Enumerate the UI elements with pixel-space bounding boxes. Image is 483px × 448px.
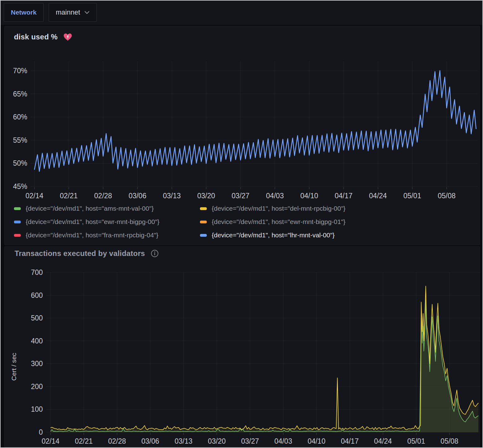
axis-tick-label: 02/21 <box>60 192 78 200</box>
axis-tick-label: 70% <box>13 67 27 75</box>
panel-disk-used: disk used % 02/1402/2102/2803/0603/1303/… <box>4 26 480 245</box>
chevron-down-icon <box>84 11 90 14</box>
axis-tick-label: 04/10 <box>308 437 326 445</box>
axis-tick-label: 55% <box>13 136 27 144</box>
axis-tick-label: 03/27 <box>241 437 259 445</box>
legend-series-swatch-icon <box>14 221 21 223</box>
axis-tick-label: 04/24 <box>369 192 387 200</box>
panel-disk-used-header[interactable]: disk used % <box>14 33 72 41</box>
legend-series-swatch-icon <box>200 221 207 223</box>
axis-tick-label: 04/03 <box>274 437 292 445</box>
axis-tick-label: 04/10 <box>300 192 318 200</box>
axis-tick-label: 03/06 <box>129 192 147 200</box>
axis-tick-label: 05/01 <box>403 192 421 200</box>
legend-series-label: {device="/dev/md1", host="ams-mnt-val-00… <box>26 205 154 212</box>
axis-tick-label: 45% <box>13 182 27 190</box>
legend-series-label: {device="/dev/md1", host="fra-mnt-rpcbig… <box>26 231 158 239</box>
legend-item[interactable]: {device="/dev/md1", host="ams-mnt-val-00… <box>14 205 200 212</box>
axis-tick-label: 04/03 <box>266 192 284 200</box>
legend-series-label: {device="/dev/md1", host="ewr-mnt-bigpg-… <box>212 218 345 226</box>
panel-title: disk used % <box>14 33 58 41</box>
series-line-green <box>51 300 478 432</box>
grafana-dashboard: { "top_bar": { "network_label": "Network… <box>0 0 483 448</box>
series-area-fill <box>51 300 478 432</box>
axis-tick-label: 02/28 <box>108 437 126 445</box>
axis-tick-label: 05/01 <box>407 437 425 445</box>
axis-tick-label: 04/24 <box>374 437 392 445</box>
network-variable-label-box: Network <box>4 3 44 22</box>
axis-tick-label: 05/08 <box>441 437 459 445</box>
legend-item[interactable]: {device="/dev/md1", host="ewr-mnt-bigpg-… <box>200 218 386 226</box>
broken-heart-icon <box>63 33 72 41</box>
series-area-fill <box>51 286 478 432</box>
legend: {device="/dev/md1", host="ams-mnt-val-00… <box>14 205 476 239</box>
axis-tick-label: 02/28 <box>94 192 112 200</box>
legend-series-swatch-icon <box>200 207 207 210</box>
axis-tick-label: 400 <box>31 337 43 345</box>
legend-series-label: {device="/dev/md1", host="ewr-mnt-bigpg-… <box>26 218 159 226</box>
info-icon[interactable] <box>151 249 159 258</box>
axis-tick-label: 02/14 <box>25 192 43 200</box>
axis-tick-label: 04/17 <box>335 192 353 200</box>
legend-series-label: {device="/dev/md1", host="del-mnt-rpcbig… <box>212 205 345 212</box>
axis-tick-label: 05/08 <box>438 192 456 200</box>
legend-series-swatch-icon <box>14 234 21 237</box>
axis-tick-label: 200 <box>31 383 43 391</box>
axis-tick-label: 03/27 <box>232 192 250 200</box>
legend-item[interactable]: {device="/dev/md1", host="del-mnt-rpcbig… <box>200 205 386 212</box>
axis-tick-label: 03/06 <box>141 437 159 445</box>
axis-tick-label: 02/14 <box>42 437 60 445</box>
axis-tick-label: 04/17 <box>341 437 359 445</box>
axis-tick-label: 50% <box>13 159 27 167</box>
variable-bar: Network mainnet <box>1 1 482 25</box>
axis-tick-label: 500 <box>31 314 43 322</box>
series-line-yellow <box>51 286 478 430</box>
network-variable-value: mainnet <box>56 8 80 16</box>
axis-tick-label: 03/13 <box>175 437 193 445</box>
axis-tick-label: 03/13 <box>163 192 181 200</box>
legend-series-swatch-icon <box>14 207 21 210</box>
axis-tick-label: 65% <box>13 90 27 98</box>
legend-item[interactable]: {device="/dev/md1", host="lhr-mnt-val-00… <box>200 231 386 239</box>
axis-tick-label: 60% <box>13 113 27 121</box>
axis-tick-label: 600 <box>31 291 43 299</box>
legend-item[interactable]: {device="/dev/md1", host="ewr-mnt-bigpg-… <box>14 218 200 226</box>
axis-tick-label: 300 <box>31 360 43 368</box>
axis-tick-label: 100 <box>31 405 43 413</box>
axis-tick-label: 700 <box>31 268 43 276</box>
axis-tick-label: 0 <box>39 428 43 436</box>
disk-used-chart[interactable]: 02/1402/2102/2803/0603/1303/2003/2704/03… <box>5 57 480 206</box>
axis-tick-label: 03/20 <box>208 437 226 445</box>
network-variable-dropdown[interactable]: mainnet <box>49 3 97 22</box>
panel-transactions-header[interactable]: Transactions executed by validators <box>15 249 159 258</box>
legend-item[interactable]: {device="/dev/md1", host="fra-mnt-rpcbig… <box>14 231 200 239</box>
panel-title: Transactions executed by validators <box>15 249 145 258</box>
legend-series-swatch-icon <box>200 234 207 237</box>
panel-transactions: Transactions executed by validators Cert… <box>4 246 480 447</box>
axis-tick-label: 03/20 <box>197 192 215 200</box>
series-line <box>34 71 476 172</box>
axis-tick-label: 02/21 <box>75 437 93 445</box>
legend-series-label: {device="/dev/md1", host="lhr-mnt-val-00… <box>212 231 335 239</box>
network-variable-label: Network <box>11 9 37 16</box>
transactions-chart[interactable]: 02/1402/2102/2803/0603/1303/2003/2704/03… <box>5 268 480 448</box>
